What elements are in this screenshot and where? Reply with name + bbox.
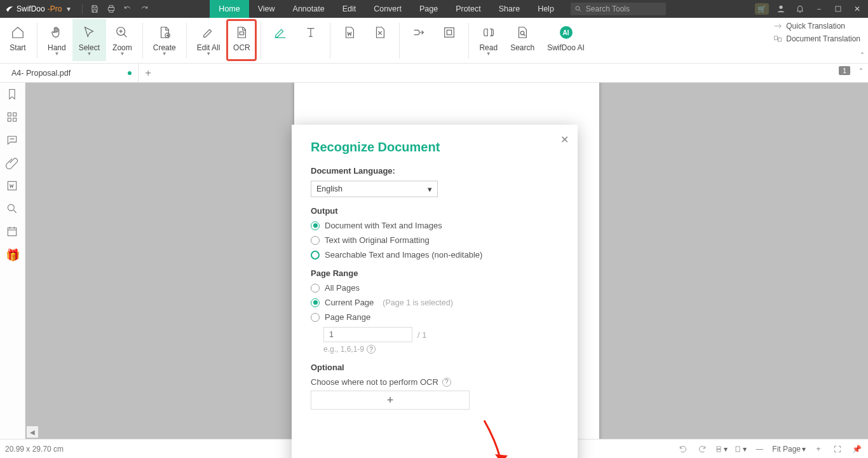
- new-tab-button[interactable]: +: [139, 67, 158, 79]
- search-panel-icon[interactable]: [6, 202, 20, 216]
- output-label: Output: [311, 206, 559, 216]
- pdf-to-word-button[interactable]: [334, 19, 365, 61]
- language-select[interactable]: English▾: [311, 181, 438, 197]
- svg-rect-13: [8, 118, 11, 121]
- dialog-title: Recognize Document: [311, 140, 559, 155]
- save-icon[interactable]: [86, 0, 103, 18]
- menu-edit[interactable]: Edit: [334, 0, 365, 18]
- svg-rect-6: [445, 28, 454, 38]
- collapse-ribbon-icon[interactable]: ˄: [860, 52, 864, 60]
- menu-convert[interactable]: Convert: [365, 0, 410, 18]
- swifdoo-ai-button[interactable]: AISwifDoo AI: [541, 19, 591, 61]
- svg-rect-20: [736, 447, 740, 452]
- minimize-icon[interactable]: －: [811, 0, 827, 18]
- word-icon[interactable]: [6, 179, 20, 193]
- select-tool[interactable]: Select▼: [72, 19, 106, 61]
- workspace: 🎁 ◀ ✕ Recognize Document Document Langua…: [0, 83, 868, 439]
- optional-label: Optional: [311, 363, 559, 372]
- help-icon-2[interactable]: ?: [442, 378, 451, 387]
- add-exclusion-button[interactable]: +: [311, 391, 470, 410]
- search-tools[interactable]: Search Tools: [571, 3, 666, 15]
- zoom-in-icon[interactable]: +: [812, 443, 825, 455]
- left-panel: 🎁: [0, 83, 25, 439]
- undo-icon[interactable]: [119, 0, 136, 18]
- svg-rect-11: [8, 113, 11, 116]
- svg-point-0: [576, 6, 580, 10]
- start-button[interactable]: Start: [3, 19, 33, 61]
- menu-protect[interactable]: Protect: [447, 0, 490, 18]
- thumbnails-icon[interactable]: [6, 111, 20, 125]
- user-icon[interactable]: [773, 0, 789, 18]
- attachments-icon[interactable]: [6, 156, 20, 170]
- search-button[interactable]: Search: [504, 19, 541, 61]
- maximize-icon[interactable]: [830, 0, 846, 18]
- range-all[interactable]: All Pages: [311, 283, 559, 293]
- hand-tool[interactable]: Hand▼: [41, 19, 72, 61]
- compress-button[interactable]: [365, 19, 395, 61]
- document-tab-bar: A4- Proposal.pdf + 1 ˄: [0, 64, 868, 83]
- fullscreen-icon[interactable]: [831, 443, 844, 455]
- view-mode-continuous[interactable]: ▾: [715, 443, 728, 455]
- brand-dropdown-icon[interactable]: ▾: [64, 4, 73, 13]
- pin-icon[interactable]: 📌: [850, 443, 863, 455]
- help-icon[interactable]: ?: [367, 345, 376, 354]
- range-input[interactable]: [323, 327, 412, 342]
- gift-icon[interactable]: 🎁: [6, 248, 20, 262]
- translation-group: Quick Translation Document Translation: [773, 22, 860, 43]
- document-tab[interactable]: A4- Proposal.pdf: [5, 64, 139, 83]
- ocr-button[interactable]: OCR: [226, 19, 257, 61]
- document-translation[interactable]: Document Translation: [773, 34, 860, 43]
- zoom-tool[interactable]: Zoom▼: [106, 19, 139, 61]
- text-tool[interactable]: [295, 19, 326, 61]
- close-window-icon[interactable]: ✕: [849, 0, 865, 18]
- zoom-out-icon[interactable]: —: [753, 443, 766, 455]
- rotate-right-icon[interactable]: [696, 443, 709, 455]
- create-button[interactable]: Create▼: [147, 19, 182, 61]
- menu-annotate[interactable]: Annotate: [284, 0, 334, 18]
- range-current[interactable]: Current Page(Page 1 is selected): [311, 298, 559, 307]
- bookmark-icon[interactable]: [6, 88, 20, 102]
- range-total: / 1: [417, 330, 426, 340]
- page-range-label: Page Range: [311, 268, 559, 278]
- read-button[interactable]: Read▼: [473, 19, 504, 61]
- split-button[interactable]: [434, 19, 465, 61]
- svg-rect-12: [13, 113, 16, 116]
- cart-icon[interactable]: 🛒: [754, 0, 770, 18]
- highlight-tool[interactable]: [265, 19, 295, 61]
- edit-all-button[interactable]: Edit All▼: [191, 19, 227, 61]
- menu-view[interactable]: View: [249, 0, 284, 18]
- svg-point-16: [8, 204, 14, 211]
- annotation-arrow-icon: [475, 417, 513, 458]
- output-option-searchable[interactable]: Searchable Text and Images (non-editable…: [311, 250, 559, 260]
- zoom-level[interactable]: Fit Page ▾: [772, 445, 806, 454]
- menu-home[interactable]: Home: [210, 0, 248, 18]
- menu-share[interactable]: Share: [490, 0, 529, 18]
- output-option-doc[interactable]: Document with Text and Images: [311, 221, 559, 230]
- scroll-left-icon[interactable]: ◀: [27, 426, 38, 438]
- svg-point-1: [779, 6, 782, 9]
- print-icon[interactable]: [103, 0, 119, 18]
- menu-help[interactable]: Help: [529, 0, 563, 18]
- view-mode-single[interactable]: ▾: [734, 443, 747, 455]
- tab-chevron-icon[interactable]: ˄: [859, 67, 863, 76]
- calendar-icon[interactable]: [6, 225, 20, 239]
- app-logo: SwifDoo-Pro ▾: [0, 4, 78, 13]
- redo-icon[interactable]: [136, 0, 153, 18]
- rotate-left-icon[interactable]: [677, 443, 689, 455]
- svg-rect-14: [13, 118, 16, 121]
- bell-icon[interactable]: [792, 0, 808, 18]
- comments-icon[interactable]: [6, 134, 20, 148]
- quick-translation[interactable]: Quick Translation: [773, 22, 860, 31]
- svg-rect-2: [836, 6, 841, 11]
- output-option-text[interactable]: Text with Original Formatting: [311, 235, 559, 245]
- close-dialog-icon[interactable]: ✕: [560, 134, 569, 146]
- svg-rect-9: [775, 36, 778, 40]
- merge-button[interactable]: [403, 19, 434, 61]
- range-custom[interactable]: Page Range: [311, 312, 559, 322]
- page-count-badge: 1: [839, 66, 850, 75]
- modified-indicator-icon: [128, 71, 132, 75]
- menu-page[interactable]: Page: [410, 0, 447, 18]
- title-bar: SwifDoo-Pro ▾ Home View Annotate Edit Co…: [0, 0, 868, 18]
- menu-bar: Home View Annotate Edit Convert Page Pro…: [210, 0, 562, 18]
- page-dimensions: 20.99 x 29.70 cm: [5, 445, 64, 454]
